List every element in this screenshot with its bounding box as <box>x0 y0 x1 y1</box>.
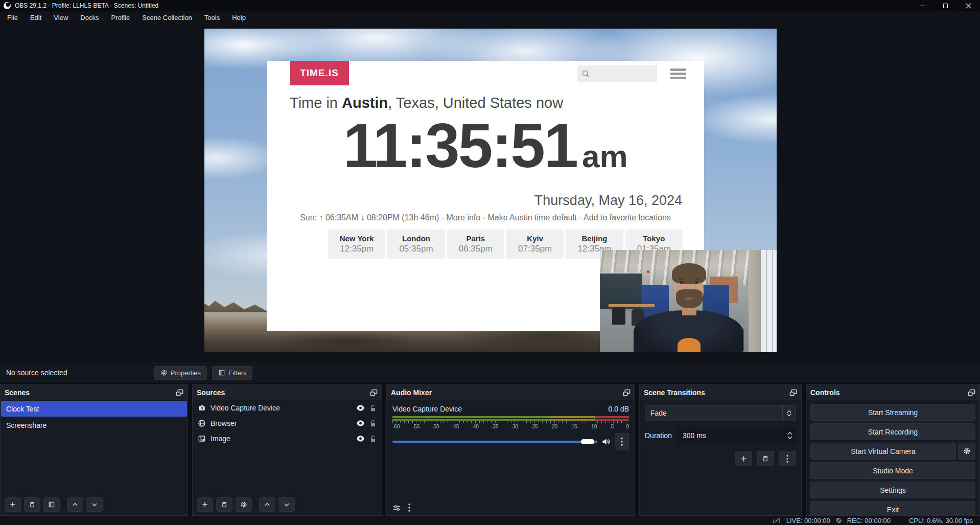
popout-icon[interactable] <box>176 389 183 396</box>
stream-inactive-icon <box>772 517 782 524</box>
add-favorite-link[interactable]: Add to favorite locations <box>584 213 671 222</box>
start-virtual-camera-button[interactable]: Start Virtual Camera <box>810 443 956 460</box>
visibility-eye-icon[interactable] <box>356 420 365 427</box>
lock-icon[interactable] <box>369 420 377 427</box>
remove-source-button[interactable] <box>216 497 232 512</box>
speaker-icon[interactable] <box>601 438 611 446</box>
trash-icon <box>762 455 769 462</box>
remove-transition-button[interactable] <box>757 451 774 466</box>
image-icon <box>198 435 206 443</box>
city-tile-london[interactable]: London05:35pm <box>387 230 445 259</box>
timeis-logo[interactable]: TIME.IS <box>290 61 349 85</box>
lock-icon[interactable] <box>369 435 377 443</box>
add-source-button[interactable] <box>197 497 213 512</box>
transition-selected-value: Fade <box>645 409 782 417</box>
move-source-down-button[interactable] <box>278 497 295 512</box>
controls-header[interactable]: Controls <box>806 385 979 400</box>
menu-view[interactable]: View <box>48 11 74 24</box>
filters-button[interactable]: Filters <box>212 366 252 380</box>
source-item-browser[interactable]: Browser <box>193 416 382 431</box>
scenes-header[interactable]: Scenes <box>1 385 188 400</box>
move-scene-up-button[interactable] <box>67 497 83 512</box>
properties-button[interactable]: Properties <box>154 366 207 380</box>
sources-panel: Sources Video Capture Device Browser <box>192 384 382 516</box>
make-default-link[interactable]: Make Austin time default <box>487 213 576 222</box>
remove-scene-button[interactable] <box>24 497 40 512</box>
move-source-up-button[interactable] <box>259 497 275 512</box>
menu-edit[interactable]: Edit <box>24 11 48 24</box>
popout-icon[interactable] <box>789 389 797 396</box>
volume-slider[interactable] <box>392 441 597 443</box>
plus-icon <box>9 501 16 508</box>
source-item-video-capture[interactable]: Video Capture Device <box>193 400 382 416</box>
scene-filters-button[interactable] <box>43 497 60 512</box>
more-info-link[interactable]: More info <box>447 213 481 222</box>
audio-mixer-header[interactable]: Audio Mixer <box>387 385 635 400</box>
mixer-channel-menu-button[interactable] <box>615 433 629 450</box>
webcam-video-feed <box>600 250 777 352</box>
advanced-audio-button[interactable] <box>392 504 401 512</box>
start-recording-button[interactable]: Start Recording <box>810 423 975 440</box>
virtual-camera-settings-button[interactable] <box>958 443 975 460</box>
hamburger-menu-icon[interactable] <box>670 69 686 79</box>
duration-label: Duration <box>645 431 676 440</box>
menu-docks[interactable]: Docks <box>74 11 105 24</box>
city-tile-kyiv[interactable]: Kyiv07:35pm <box>506 230 564 259</box>
sources-toolbar <box>197 497 295 512</box>
person-head <box>673 263 705 308</box>
trash-icon <box>221 501 228 508</box>
settings-button[interactable]: Settings <box>810 482 975 498</box>
audio-mixer-panel: Audio Mixer Video Capture Device 0.0 dB <box>386 384 635 516</box>
volume-slider-handle[interactable] <box>581 439 594 444</box>
office-table <box>609 304 655 307</box>
transition-select-arrows[interactable] <box>782 405 796 421</box>
duration-spinbox[interactable]: 300 ms <box>676 427 796 444</box>
menu-scene-collection[interactable]: Scene Collection <box>136 11 198 24</box>
lock-icon[interactable] <box>369 404 377 412</box>
maximize-button[interactable] <box>934 0 957 11</box>
source-properties-button[interactable] <box>236 497 252 512</box>
transition-select[interactable]: Fade <box>645 405 796 421</box>
scene-item-clock-test[interactable]: Clock Test <box>1 401 187 417</box>
move-scene-down-button[interactable] <box>86 497 103 512</box>
visibility-eye-icon[interactable] <box>356 404 365 412</box>
chevron-up-icon <box>72 501 79 508</box>
filters-icon <box>48 501 55 508</box>
menu-profile[interactable]: Profile <box>105 11 136 24</box>
source-toolbar: No source selected Properties Filters <box>0 362 980 383</box>
minimize-button[interactable] <box>911 0 934 11</box>
live-time: LIVE: 00:00:00 <box>786 517 830 524</box>
close-button[interactable] <box>957 0 980 11</box>
gear-icon <box>963 447 971 455</box>
city-tile-new-york[interactable]: New York12:35pm <box>328 230 385 259</box>
source-item-image[interactable]: Image <box>193 431 382 446</box>
popout-icon[interactable] <box>968 389 975 396</box>
scene-item-screenshare[interactable]: Screenshare <box>1 417 187 433</box>
menu-help[interactable]: Help <box>226 11 252 24</box>
program-canvas[interactable]: TIME.IS Time in Austin, Texas, United St… <box>204 29 777 352</box>
studio-mode-button[interactable]: Studio Mode <box>810 462 975 479</box>
office-windows <box>761 250 777 352</box>
scene-transitions-header[interactable]: Scene Transitions <box>640 385 801 400</box>
window-controls <box>911 0 980 11</box>
transition-menu-button[interactable] <box>779 451 796 466</box>
concrete-pillar <box>749 250 761 352</box>
mixer-menu-button[interactable] <box>408 504 410 512</box>
menu-tools[interactable]: Tools <box>198 11 226 24</box>
volume-meter <box>392 416 629 421</box>
menu-file[interactable]: File <box>1 11 24 24</box>
globe-icon <box>198 419 206 427</box>
add-scene-button[interactable] <box>5 497 21 512</box>
city-tile-paris[interactable]: Paris06:35pm <box>447 230 504 259</box>
mixer-channel-name: Video Capture Device <box>392 405 462 413</box>
visibility-eye-icon[interactable] <box>356 435 365 442</box>
popout-icon[interactable] <box>623 389 631 396</box>
duration-spin-arrows[interactable] <box>784 431 796 440</box>
start-streaming-button[interactable]: Start Streaming <box>810 404 975 421</box>
popout-icon[interactable] <box>370 389 378 396</box>
plus-icon <box>740 455 748 463</box>
add-transition-button[interactable] <box>735 451 752 466</box>
sources-header[interactable]: Sources <box>193 385 382 400</box>
chevron-down-icon <box>91 501 98 508</box>
timeis-search-box[interactable] <box>577 65 657 82</box>
